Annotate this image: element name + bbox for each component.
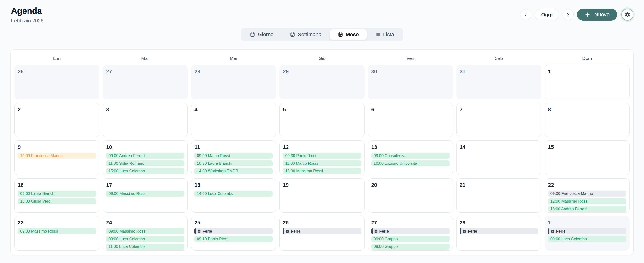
- event-pill[interactable]: 12:00 Massimo Rossi: [548, 198, 626, 204]
- day-cell[interactable]: 1209:30 Paolo Ricci11:00 Marco Rossi13:0…: [280, 140, 364, 175]
- today-button[interactable]: Oggi: [534, 9, 560, 20]
- next-button[interactable]: [562, 9, 574, 20]
- day-number: 6: [371, 106, 450, 113]
- day-cell[interactable]: 2: [14, 103, 99, 137]
- day-number: 5: [283, 106, 361, 113]
- day-number: 27: [371, 220, 450, 226]
- calendar-small-icon: [197, 229, 201, 233]
- event-pill[interactable]: 09:00 Gruppo: [371, 243, 450, 249]
- calendar-week-icon: [290, 32, 295, 37]
- day-cell[interactable]: 1109:00 Marco Rossi10:30 Laura Bianchi14…: [191, 140, 276, 175]
- event-pill[interactable]: 18:00 Andrea Ferrari: [548, 206, 626, 212]
- day-cell[interactable]: 1309:00 Consulenza10:00 Lezione Universi…: [368, 140, 453, 175]
- day-cell[interactable]: 3: [103, 103, 188, 137]
- day-cell[interactable]: 1709:00 Massimo Rossi: [103, 178, 188, 213]
- day-number: 3: [106, 106, 184, 113]
- day-number: 17: [106, 182, 184, 188]
- day-cell[interactable]: 28Ferie: [456, 216, 541, 250]
- event-pill[interactable]: 11:00 Marco Rossi: [283, 160, 361, 166]
- event-pill[interactable]: 10:30 Laura Bianchi: [194, 160, 273, 166]
- all-day-event-pill[interactable]: Ferie: [283, 228, 361, 234]
- day-cell[interactable]: 8: [545, 103, 630, 137]
- day-cell[interactable]: 27Ferie09:00 Gruppo09:00 Gruppo: [368, 216, 453, 250]
- agenda-page: Agenda Febbraio 2026 Oggi Nuovo: [0, 0, 644, 263]
- event-pill[interactable]: 10:00 Francesca Marino: [18, 153, 96, 159]
- event-pill[interactable]: 11:00 Luca Colombo: [106, 243, 184, 249]
- weekday-header: Ven: [368, 56, 453, 61]
- event-pill[interactable]: 15:00 Luca Colombo: [106, 168, 184, 174]
- event-pill[interactable]: 09:00 Massimo Rossi: [106, 228, 184, 234]
- event-pill[interactable]: 09:30 Paolo Ricci: [283, 153, 361, 159]
- new-event-button[interactable]: Nuovo: [577, 9, 617, 21]
- day-number: 22: [548, 182, 626, 188]
- event-pill[interactable]: 09:00 Massimo Rossi: [18, 228, 96, 234]
- day-cell[interactable]: 910:00 Francesca Marino: [14, 140, 99, 175]
- day-cell[interactable]: 27: [103, 65, 188, 100]
- day-cell[interactable]: 20: [368, 178, 453, 213]
- event-pill[interactable]: 14:00 Luca Colombo: [194, 191, 273, 197]
- day-number: 28: [194, 69, 273, 75]
- tab-lista[interactable]: Lista: [367, 29, 402, 40]
- event-pill[interactable]: 09:00 Massimo Rossi: [106, 191, 184, 197]
- event-pill[interactable]: 10:30 Giulia Verdi: [18, 198, 96, 204]
- tab-mese[interactable]: Mese: [330, 29, 367, 40]
- day-cell[interactable]: 5: [280, 103, 364, 137]
- day-cell[interactable]: 30: [368, 65, 453, 100]
- event-pill[interactable]: 09:00 Gruppo: [371, 236, 450, 242]
- all-day-event-pill[interactable]: Ferie: [194, 228, 273, 234]
- day-cell[interactable]: 2409:00 Massimo Rossi09:00 Luca Colombo1…: [103, 216, 188, 250]
- day-cell[interactable]: 7: [456, 103, 541, 137]
- day-number: 21: [460, 182, 538, 188]
- calendar-day-icon: [250, 32, 255, 37]
- day-cell[interactable]: 29: [280, 65, 364, 100]
- tab-giorno[interactable]: Giorno: [242, 29, 282, 40]
- title-block: Agenda Febbraio 2026: [11, 6, 43, 24]
- day-cell[interactable]: 25Ferie09:10 Paolo Ricci: [191, 216, 276, 250]
- day-cell[interactable]: 14: [456, 140, 541, 175]
- all-day-event-pill[interactable]: Ferie: [371, 228, 450, 234]
- day-cell[interactable]: 21: [456, 178, 541, 213]
- event-pill[interactable]: 09:10 Paolo Ricci: [194, 236, 273, 242]
- event-pill[interactable]: 09:00 Marco Rossi: [194, 153, 273, 159]
- event-pill[interactable]: 10:00 Lezione Università: [371, 160, 450, 166]
- day-cell[interactable]: 4: [191, 103, 276, 137]
- day-cell[interactable]: 1009:00 Andrea Ferrari11:00 Sofia Romano…: [103, 140, 188, 175]
- top-bar: Agenda Febbraio 2026 Oggi Nuovo: [11, 6, 634, 24]
- event-pill[interactable]: 11:00 Sofia Romano: [106, 160, 184, 166]
- tab-label: Giorno: [258, 32, 274, 38]
- day-cell[interactable]: 19: [280, 178, 364, 213]
- event-list: 09:00 Andrea Ferrari11:00 Sofia Romano15…: [106, 153, 184, 174]
- weekday-header: Dom: [545, 56, 630, 61]
- event-list: 10:00 Francesca Marino: [18, 153, 96, 159]
- event-pill[interactable]: 09:00 Luca Colombo: [106, 236, 184, 242]
- day-cell[interactable]: 2209:00 Francesca Marino12:00 Massimo Ro…: [545, 178, 630, 213]
- all-day-event-pill[interactable]: Ferie: [460, 228, 538, 234]
- prev-button[interactable]: [520, 9, 531, 20]
- settings-button[interactable]: [622, 9, 634, 21]
- event-list: 09:00 Francesca Marino12:00 Massimo Ross…: [548, 191, 626, 212]
- day-cell[interactable]: 1609:00 Laura Bianchi10:30 Giulia Verdi: [14, 178, 99, 213]
- event-list: Ferie09:00 Luca Colombo: [548, 228, 626, 242]
- day-cell[interactable]: 1Ferie09:00 Luca Colombo: [545, 216, 630, 250]
- event-pill[interactable]: 09:00 Consulenza: [371, 153, 450, 159]
- day-cell[interactable]: 1: [545, 65, 630, 100]
- day-number: 31: [460, 69, 538, 75]
- day-cell[interactable]: 6: [368, 103, 453, 137]
- day-cell[interactable]: 28: [191, 65, 276, 100]
- event-pill[interactable]: 09:00 Luca Colombo: [548, 236, 626, 242]
- event-pill[interactable]: 14:00 Workshop EMDR: [194, 168, 273, 174]
- event-pill[interactable]: 09:00 Laura Bianchi: [18, 191, 96, 197]
- day-cell[interactable]: 15: [545, 140, 630, 175]
- event-pill[interactable]: 13:00 Massimo Rossi: [283, 168, 361, 174]
- day-number: 12: [283, 144, 361, 150]
- event-pill[interactable]: 09:00 Andrea Ferrari: [106, 153, 184, 159]
- day-cell[interactable]: 31: [456, 65, 541, 100]
- tab-settimana[interactable]: Settimana: [282, 29, 330, 40]
- day-cell[interactable]: 2309:00 Massimo Rossi: [14, 216, 99, 250]
- all-day-event-pill[interactable]: Ferie: [548, 228, 626, 234]
- day-cell[interactable]: 26: [14, 65, 99, 100]
- day-cell[interactable]: 26Ferie: [280, 216, 364, 250]
- day-cell[interactable]: 1814:00 Luca Colombo: [191, 178, 276, 213]
- event-pill[interactable]: 09:00 Francesca Marino: [548, 191, 626, 197]
- day-number: 27: [106, 69, 184, 75]
